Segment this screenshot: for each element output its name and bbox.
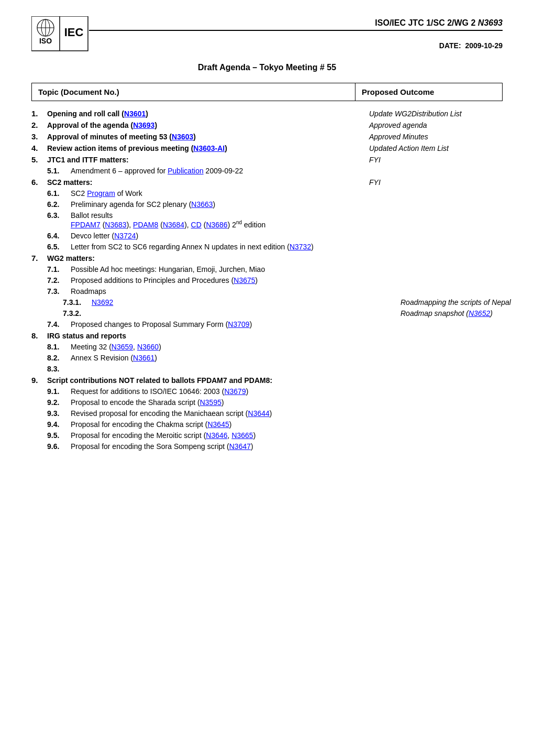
agenda-content: 1. Opening and roll call (N3601) Update … xyxy=(31,109,503,451)
link-n3644[interactable]: N3644 xyxy=(248,409,270,418)
link-n3595[interactable]: N3595 xyxy=(200,398,221,407)
table-header: Topic (Document No.) Proposed Outcome xyxy=(31,83,503,101)
col-outcome: Proposed Outcome xyxy=(355,83,502,101)
item-7-2: 7.2. Proposed additions to Principles an… xyxy=(47,276,518,284)
item-7-3-1: 7.3.1. N3692 Roadmapping the scripts of … xyxy=(63,298,534,306)
link-program[interactable]: Program xyxy=(87,189,115,198)
link-n3601[interactable]: N3601 xyxy=(124,109,146,118)
item-6-4: 6.4. Devco letter (N3724) xyxy=(47,232,518,240)
link-n3679[interactable]: N3679 xyxy=(224,387,246,396)
item-8-text: IRG status and reports xyxy=(47,332,126,340)
item-7-3-2: 7.3.2. Roadmap snapshot (N3652) xyxy=(63,309,534,317)
link-n3663[interactable]: N3663 xyxy=(191,200,213,209)
link-n3665[interactable]: N3665 xyxy=(231,431,253,440)
item-5: 5. JTC1 and ITTF matters: FYI xyxy=(31,155,503,164)
item-5-text: JTC1 and ITTF matters: xyxy=(47,156,129,164)
item-8-3: 8.3. xyxy=(47,365,518,373)
col-topic: Topic (Document No.) xyxy=(32,83,355,101)
link-n3724[interactable]: N3724 xyxy=(114,232,136,240)
item-9-6: 9.6. Proposal for encoding the Sora Somp… xyxy=(47,442,518,451)
link-n3603[interactable]: N3603 xyxy=(172,133,193,141)
link-n3645[interactable]: N3645 xyxy=(207,420,229,429)
svg-text:IEC: IEC xyxy=(64,26,84,39)
meeting-title: Draft Agenda – Tokyo Meeting # 55 xyxy=(31,63,503,72)
link-n3659[interactable]: N3659 xyxy=(112,343,133,351)
item-9-1: 9.1. Request for additions to ISO/IEC 10… xyxy=(47,387,518,396)
page-header: ISO IEC ISO/IEC JTC 1/SC 2/WG 2 N3693 DA… xyxy=(31,16,503,52)
item-6: 6. SC2 matters: FYI xyxy=(31,178,503,187)
link-n3732[interactable]: N3732 xyxy=(290,243,311,251)
item-6-text: SC2 matters: xyxy=(47,178,92,187)
item-9-2: 9.2. Proposal to encode the Sharada scri… xyxy=(47,398,518,407)
item-9-5: 9.5. Proposal for encoding the Meroitic … xyxy=(47,431,518,440)
item-7-text: WG2 matters: xyxy=(47,254,95,262)
item-3: 3. Approval of minutes of meeting 53 (N3… xyxy=(31,132,503,141)
item-9-4: 9.4. Proposal for encoding the Chakma sc… xyxy=(47,420,518,429)
item-7-4: 7.4. Proposed changes to Proposal Summar… xyxy=(47,320,518,328)
item-6-5: 6.5. Letter from SC2 to SC6 regarding An… xyxy=(47,243,518,251)
link-cd[interactable]: CD xyxy=(191,221,202,229)
item-8: 8. IRG status and reports xyxy=(31,331,503,340)
logo: ISO IEC xyxy=(31,16,89,52)
link-n3692[interactable]: N3692 xyxy=(92,298,113,306)
link-pdam8[interactable]: PDAM8 xyxy=(133,221,158,229)
link-n3683[interactable]: N3683 xyxy=(105,221,126,229)
item-6-3: 6.3. Ballot results FPDAM7 (N3683), PDAM… xyxy=(47,211,518,229)
item-9: 9. Script contributions NOT related to b… xyxy=(31,376,503,385)
link-n3709[interactable]: N3709 xyxy=(228,320,249,328)
link-fpdam7[interactable]: FPDAM7 xyxy=(71,221,101,229)
svg-text:ISO: ISO xyxy=(39,37,52,45)
item-1: 1. Opening and roll call (N3601) Update … xyxy=(31,109,503,118)
link-n3647[interactable]: N3647 xyxy=(229,442,251,451)
link-n3660[interactable]: N3660 xyxy=(137,343,159,351)
date-line: DATE: 2009-10-29 xyxy=(439,41,503,50)
doc-reference: ISO/IEC JTC 1/SC 2/WG 2 N3693 xyxy=(89,18,503,31)
link-n3675[interactable]: N3675 xyxy=(233,276,255,284)
item-2: 2. Approval of the agenda (N3693) Approv… xyxy=(31,120,503,129)
link-n3646[interactable]: N3646 xyxy=(206,431,227,440)
link-n3661[interactable]: N3661 xyxy=(133,354,154,362)
link-n3693[interactable]: N3693 xyxy=(133,121,154,129)
item-9-text: Script contributions NOT related to ball… xyxy=(47,376,272,385)
item-8-2: 8.2. Annex S Revision (N3661) xyxy=(47,354,518,362)
link-n3652[interactable]: N3652 xyxy=(469,309,490,317)
item-7: 7. WG2 matters: xyxy=(31,254,503,262)
item-8-1: 8.1. Meeting 32 (N3659, N3660) xyxy=(47,343,518,351)
item-9-3: 9.3. Revised proposal for encoding the M… xyxy=(47,409,518,418)
item-7-3: 7.3. Roadmaps xyxy=(47,287,518,295)
link-n3686[interactable]: N3686 xyxy=(206,221,227,229)
link-n3603ai[interactable]: N3603-AI xyxy=(193,144,225,152)
header-right: ISO/IEC JTC 1/SC 2/WG 2 N3693 DATE: 2009… xyxy=(89,16,503,50)
item-4: 4. Review action items of previous meeti… xyxy=(31,144,503,152)
item-5-1: 5.1. Amendment 6 – approved for Publicat… xyxy=(47,167,518,175)
link-publication[interactable]: Publication xyxy=(168,167,204,175)
item-7-1: 7.1. Possible Ad hoc meetings: Hungarian… xyxy=(47,265,518,273)
link-n3684[interactable]: N3684 xyxy=(163,221,184,229)
item-6-2: 6.2. Preliminary agenda for SC2 plenary … xyxy=(47,200,518,209)
item-6-1: 6.1. SC2 Program of Work xyxy=(47,189,518,198)
